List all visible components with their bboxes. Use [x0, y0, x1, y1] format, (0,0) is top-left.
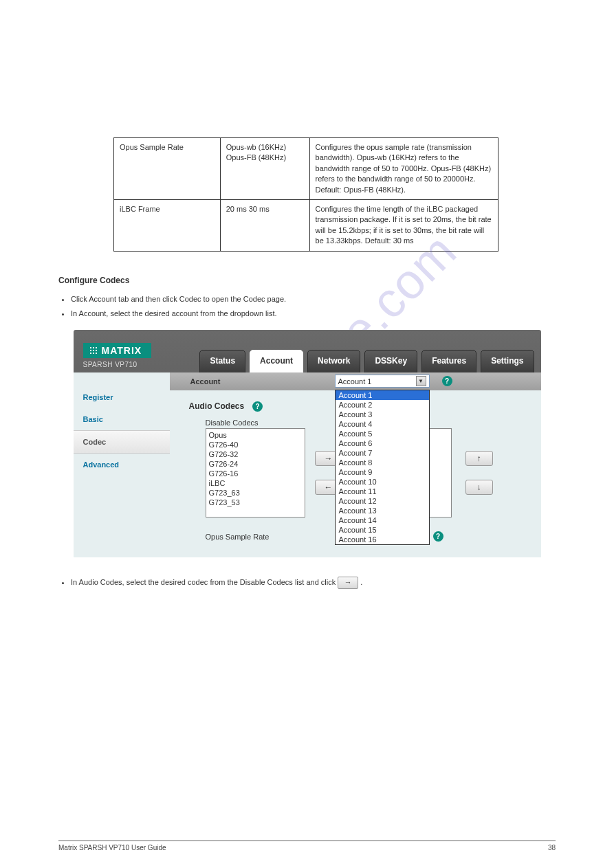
post-instruction: In Audio Codes, select the desired codec… [58, 577, 556, 589]
help-icon[interactable]: ? [433, 531, 443, 542]
account-option[interactable]: Account 2 [336, 400, 429, 410]
instruction-step-1: Click Account tab and then click Codec t… [71, 293, 556, 306]
help-icon[interactable]: ? [442, 376, 452, 386]
configure-codecs-heading: Configure Codecs [58, 276, 556, 285]
sidebar-item-basic[interactable]: Basic [74, 408, 170, 430]
brand-block: MATRIX SPARSH VP710 [80, 339, 155, 372]
brand-logo: MATRIX [83, 343, 152, 358]
account-option[interactable]: Account 6 [336, 438, 429, 448]
arrow-right-icon: → [325, 454, 333, 463]
sidebar-item-register[interactable]: Register [74, 386, 170, 408]
account-option[interactable]: Account 9 [336, 467, 429, 477]
account-option[interactable]: Account 13 [336, 506, 429, 515]
product-name: SPARSH VP710 [83, 361, 152, 368]
arrow-right-icon: → [344, 577, 352, 589]
account-option[interactable]: Account 5 [336, 429, 429, 438]
tab-settings[interactable]: Settings [481, 350, 534, 373]
sidebar-item-codec[interactable]: Codec [74, 430, 170, 454]
account-bar: Account Account 1 ▼ ? [170, 372, 541, 390]
nav-tabs: Status Account Network DSSKey Features S… [199, 350, 534, 373]
arrow-left-icon: ← [325, 482, 333, 492]
spec-r1-c2: Opus-wb (16KHz) Opus-FB (48KHz) [220, 138, 309, 200]
opus-sample-rate-label: Opus Sample Rate [206, 533, 340, 541]
account-dropdown[interactable]: Account 1 Account 2 Account 3 Account 4 … [335, 390, 430, 545]
arrow-down-icon: ↓ [477, 482, 481, 492]
app-screenshot: MATRIX SPARSH VP710 Status Account Netwo… [74, 330, 541, 557]
brand-logo-icon [89, 346, 98, 355]
codec-item[interactable]: iLBC [209, 478, 302, 488]
footer-left: Matrix SPARSH VP710 User Guide [58, 844, 166, 852]
tab-network[interactable]: Network [307, 350, 360, 373]
account-select[interactable]: Account 1 ▼ [335, 375, 430, 388]
account-option[interactable]: Account 1 [336, 390, 429, 400]
spec-r2-c1: iLBC Frame [114, 199, 221, 251]
codec-item[interactable]: G726-32 [209, 449, 302, 459]
codec-item[interactable]: Opus [209, 430, 302, 440]
chevron-down-icon: ▼ [416, 376, 426, 386]
arrow-up-icon: ↑ [477, 454, 481, 463]
sidebar: Register Basic Codec Advanced [74, 372, 170, 557]
page-footer: Matrix SPARSH VP710 User Guide 38 [58, 841, 556, 852]
reorder-buttons: ↑ ↓ [465, 451, 493, 495]
account-option[interactable]: Account 10 [336, 477, 429, 487]
instruction-list: Click Account tab and then click Codec t… [58, 293, 556, 320]
audio-codecs-title-text: Audio Codecs [189, 401, 245, 411]
post-instruction-line: In Audio Codes, select the desired codec… [71, 577, 556, 589]
tab-status[interactable]: Status [199, 350, 245, 373]
move-up-button[interactable]: ↑ [465, 451, 493, 466]
codec-item[interactable]: G723_63 [209, 488, 302, 498]
tab-account[interactable]: Account [250, 350, 303, 373]
tab-features[interactable]: Features [421, 350, 476, 373]
account-option[interactable]: Account 8 [336, 458, 429, 467]
account-option[interactable]: Account 16 [336, 535, 429, 544]
inline-right-arrow-button: → [338, 577, 358, 589]
codec-item[interactable]: G726-16 [209, 469, 302, 478]
account-option[interactable]: Account 12 [336, 496, 429, 506]
account-select-value: Account 1 [338, 377, 372, 386]
account-option[interactable]: Account 15 [336, 525, 429, 535]
codec-item[interactable]: G723_53 [209, 498, 302, 507]
account-option[interactable]: Account 3 [336, 410, 429, 419]
spec-r1-c3: Configures the opus sample rate (transmi… [309, 138, 498, 200]
account-option[interactable]: Account 14 [336, 515, 429, 525]
account-option[interactable]: Account 11 [336, 487, 429, 496]
spec-r1-c1: Opus Sample Rate [114, 138, 221, 200]
spec-r2-c3: Configures the time length of the iLBC p… [309, 199, 498, 251]
help-icon[interactable]: ? [252, 401, 263, 412]
account-option[interactable]: Account 7 [336, 448, 429, 458]
tab-dsskey[interactable]: DSSKey [364, 350, 417, 373]
account-option[interactable]: Account 4 [336, 419, 429, 429]
main-pane: Account Account 1 ▼ ? Account 1 Account … [170, 372, 541, 557]
codec-item[interactable]: G726-24 [209, 459, 302, 469]
spec-r2-c2: 20 ms 30 ms [220, 199, 309, 251]
codec-item[interactable]: G726-40 [209, 440, 302, 449]
disable-codecs-list[interactable]: Opus G726-40 G726-32 G726-24 G726-16 iLB… [206, 428, 305, 518]
account-bar-label: Account [190, 377, 335, 386]
sidebar-item-advanced[interactable]: Advanced [74, 454, 170, 476]
post-instruction-tail: . [360, 578, 362, 586]
move-down-button[interactable]: ↓ [465, 480, 493, 495]
post-instruction-text: In Audio Codes, select the desired codec… [71, 578, 338, 586]
instruction-step-2: In Account, select the desired account f… [71, 308, 556, 320]
spec-table: Opus Sample Rate Opus-wb (16KHz) Opus-FB… [113, 137, 498, 252]
brand-text: MATRIX [102, 345, 142, 356]
footer-page-number: 38 [548, 844, 556, 852]
